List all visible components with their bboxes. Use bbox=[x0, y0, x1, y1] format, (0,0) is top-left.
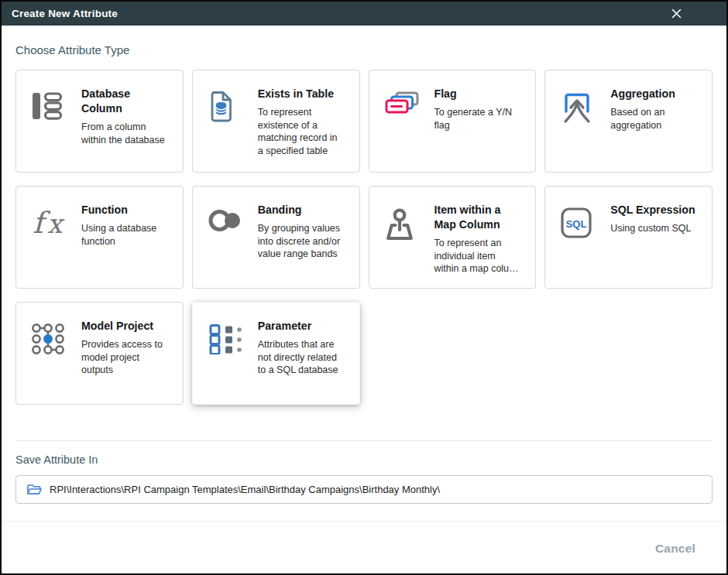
card-description: Provides access to model project outputs bbox=[81, 338, 168, 377]
parameter-grid-icon bbox=[208, 319, 258, 404]
attribute-type-card-sql-expression[interactable]: SQL SQL Expression Using custom SQL bbox=[544, 186, 713, 289]
card-title: Parameter bbox=[258, 319, 345, 334]
card-description: From a column within the database bbox=[81, 121, 168, 146]
attribute-type-card-parameter[interactable]: Parameter Attributes that are not direct… bbox=[192, 302, 360, 405]
card-title: Exists in Table bbox=[258, 87, 345, 101]
attribute-type-card-model-project[interactable]: Model Project Provides access to model p… bbox=[15, 302, 184, 405]
exists-in-table-icon bbox=[208, 87, 258, 172]
card-description: To represent existence of a matching rec… bbox=[258, 106, 345, 157]
map-pin-icon bbox=[385, 203, 434, 288]
attribute-type-card-database-column[interactable]: Database Column From a column within the… bbox=[15, 70, 184, 173]
svg-text:SQL: SQL bbox=[566, 218, 587, 230]
card-title: Function bbox=[81, 203, 168, 217]
section-divider bbox=[15, 440, 713, 441]
attribute-type-card-flag[interactable]: Flag To generate a Y/N flag bbox=[369, 70, 537, 173]
flag-icon bbox=[385, 87, 434, 172]
save-attribute-in-heading: Save Attribute In bbox=[15, 453, 713, 467]
svg-text:x: x bbox=[47, 208, 65, 238]
card-title: Database Column bbox=[81, 87, 168, 116]
card-title: Banding bbox=[258, 203, 345, 217]
dialog-title: Create New Attribute bbox=[12, 8, 668, 19]
card-description: To generate a Y/N flag bbox=[434, 106, 521, 132]
save-location-path: RPI\Interactions\RPI Campaign Templates\… bbox=[50, 484, 440, 495]
folder-open-icon bbox=[26, 484, 42, 496]
model-network-icon bbox=[32, 319, 81, 404]
attribute-type-card-aggregation[interactable]: Aggregation Based on an aggregation bbox=[544, 70, 713, 173]
card-description: Based on an aggregation bbox=[610, 106, 697, 132]
card-description: Attributes that are not directly related… bbox=[258, 338, 345, 377]
save-location-field[interactable]: RPI\Interactions\RPI Campaign Templates\… bbox=[15, 475, 713, 504]
card-description: Using custom SQL bbox=[610, 222, 697, 235]
attribute-type-grid: Database Column From a column within the… bbox=[15, 70, 713, 405]
attribute-type-card-function[interactable]: f x Function Using a database function bbox=[15, 186, 184, 289]
function-fx-icon: f x bbox=[32, 203, 81, 288]
card-title: Flag bbox=[434, 87, 521, 101]
aggregation-icon bbox=[561, 87, 610, 172]
card-description: By grouping values into discrete and/or … bbox=[258, 222, 345, 261]
close-icon[interactable] bbox=[668, 6, 684, 22]
card-description: To represent an individual item within a… bbox=[434, 237, 521, 276]
card-title: Aggregation bbox=[610, 87, 697, 101]
create-new-attribute-dialog: Create New Attribute Choose Attribute Ty… bbox=[0, 0, 728, 575]
cancel-button[interactable]: Cancel bbox=[651, 541, 700, 556]
banding-icon bbox=[208, 203, 258, 288]
choose-attribute-type-heading: Choose Attribute Type bbox=[15, 26, 713, 57]
dialog-footer: Cancel bbox=[15, 522, 713, 556]
attribute-type-card-exists-in-table[interactable]: Exists in Table To represent existence o… bbox=[192, 70, 360, 173]
sql-badge-icon: SQL bbox=[561, 203, 610, 288]
card-title: SQL Expression bbox=[610, 203, 697, 217]
dialog-titlebar: Create New Attribute bbox=[2, 2, 726, 26]
attribute-type-card-item-within-map-column[interactable]: Item within a Map Column To represent an… bbox=[369, 186, 537, 289]
card-title: Model Project bbox=[81, 319, 168, 334]
card-title: Item within a Map Column bbox=[434, 203, 521, 232]
card-description: Using a database function bbox=[81, 222, 168, 248]
attribute-type-card-banding[interactable]: Banding By grouping values into discrete… bbox=[192, 186, 360, 289]
database-column-icon bbox=[32, 87, 81, 172]
